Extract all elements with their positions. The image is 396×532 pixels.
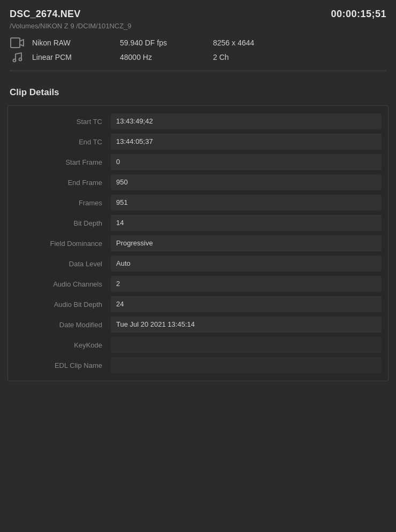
timecode: 00:00:15;51	[331, 9, 386, 20]
audio-hz: 48000 Hz	[120, 53, 205, 61]
detail-value[interactable]: Tue Jul 20 2021 13:45:14	[111, 317, 382, 333]
detail-value[interactable]: 2	[111, 276, 382, 292]
header: DSC_2674.NEV 00:00:15;51 /Volumes/NIKON …	[0, 0, 396, 78]
table-row: Bit Depth14	[8, 213, 388, 233]
section-title: Clip Details	[0, 78, 396, 105]
detail-label: Frames	[14, 199, 111, 207]
detail-label: End Frame	[14, 179, 111, 187]
svg-point-2	[19, 58, 22, 61]
detail-value[interactable]: Auto	[111, 256, 382, 272]
detail-value[interactable]	[111, 337, 382, 353]
detail-value[interactable]: 0	[111, 154, 382, 170]
music-icon	[10, 51, 25, 63]
detail-label: Date Modified	[14, 321, 111, 329]
app-container: DSC_2674.NEV 00:00:15;51 /Volumes/NIKON …	[0, 0, 396, 381]
filename: DSC_2674.NEV	[10, 9, 80, 20]
detail-value[interactable]: 13:44:05;37	[111, 134, 382, 150]
table-row: End Frame950	[8, 172, 388, 192]
table-row: Audio Channels2	[8, 274, 388, 294]
detail-label: Start TC	[14, 118, 111, 126]
detail-value[interactable]	[111, 357, 382, 373]
header-top: DSC_2674.NEV 00:00:15;51	[10, 9, 386, 20]
table-row: Start Frame0	[8, 152, 388, 172]
table-row: End TC13:44:05;37	[8, 132, 388, 152]
detail-label: Start Frame	[14, 158, 111, 166]
detail-label: EDL Clip Name	[14, 361, 111, 369]
media-info: Nikon RAW 59.940 DF fps 8256 x 4644 Line…	[10, 37, 386, 71]
clip-details-container: Start TC13:43:49;42End TC13:44:05;37Star…	[7, 105, 389, 381]
table-row: Field DominanceProgressive	[8, 233, 388, 253]
detail-label: Field Dominance	[14, 240, 111, 248]
audio-type: Linear PCM	[32, 53, 112, 61]
video-icon	[10, 37, 25, 48]
audio-row: Linear PCM 48000 Hz 2 Ch	[10, 51, 386, 63]
audio-channels-header: 2 Ch	[213, 53, 229, 61]
table-row: KeyKode	[8, 335, 388, 355]
svg-rect-0	[11, 38, 20, 48]
detail-label: End TC	[14, 138, 111, 146]
detail-value[interactable]: 951	[111, 195, 382, 211]
table-row: EDL Clip Name	[8, 355, 388, 375]
detail-value[interactable]: Progressive	[111, 235, 382, 251]
video-type: Nikon RAW	[32, 38, 112, 47]
table-row: Start TC13:43:49;42	[8, 111, 388, 132]
svg-point-1	[13, 59, 16, 62]
video-resolution: 8256 x 4644	[213, 38, 254, 47]
detail-label: Audio Bit Depth	[14, 300, 111, 309]
detail-label: Data Level	[14, 260, 111, 268]
detail-value[interactable]: 950	[111, 174, 382, 190]
table-row: Data LevelAuto	[8, 253, 388, 274]
detail-value[interactable]: 24	[111, 296, 382, 312]
filepath: /Volumes/NIKON Z 9 /DCIM/101NCZ_9	[10, 22, 386, 30]
video-row: Nikon RAW 59.940 DF fps 8256 x 4644	[10, 37, 386, 48]
table-row: Audio Bit Depth24	[8, 294, 388, 314]
detail-label: Audio Channels	[14, 280, 111, 288]
video-fps: 59.940 DF fps	[120, 38, 205, 47]
detail-label: Bit Depth	[14, 219, 111, 227]
detail-value[interactable]: 13:43:49;42	[111, 113, 382, 129]
table-row: Frames951	[8, 192, 388, 213]
table-row: Date ModifiedTue Jul 20 2021 13:45:14	[8, 314, 388, 335]
detail-label: KeyKode	[14, 341, 111, 349]
detail-value[interactable]: 14	[111, 215, 382, 231]
